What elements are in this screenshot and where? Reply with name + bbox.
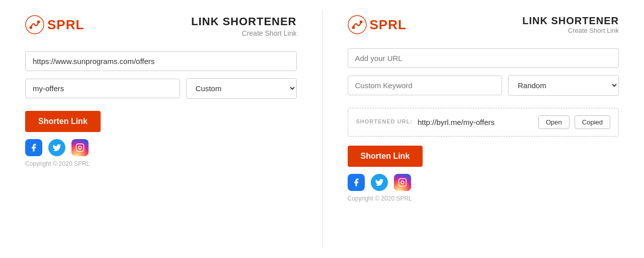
right-subtitle: Create Short Link (522, 27, 619, 34)
left-main-title: LINK SHORTENER (191, 15, 297, 28)
left-header-title-block: LINK SHORTENER Create Short Link (191, 15, 297, 37)
right-logo-text: SPRL (370, 17, 407, 33)
right-twitter-icon[interactable] (371, 174, 388, 191)
shortened-url-row: SHORTENED URL: http://byrl.me/my-offers … (356, 115, 611, 129)
shortened-label: SHORTENED URL: (356, 118, 413, 124)
left-instagram-icon[interactable] (71, 139, 89, 156)
left-twitter-icon[interactable] (48, 139, 65, 156)
left-subtitle: Create Short Link (191, 29, 297, 37)
right-keyword-input[interactable] (348, 76, 503, 95)
left-url-input[interactable] (25, 51, 297, 71)
right-copyright: Copyright © 2020 SPRL (348, 195, 619, 202)
left-form: Random Custom (25, 51, 297, 99)
left-keyword-row: Random Custom (25, 78, 297, 99)
shortened-url-text: http://byrl.me/my-offers (418, 118, 533, 126)
right-type-select[interactable]: Random Custom (508, 75, 619, 96)
right-facebook-icon[interactable] (348, 174, 365, 191)
open-button[interactable]: Open (538, 115, 570, 129)
svg-rect-8 (398, 179, 406, 186)
right-instagram-icon[interactable] (394, 174, 411, 191)
shortened-result-box: SHORTENED URL: http://byrl.me/my-offers … (348, 108, 619, 137)
svg-rect-3 (76, 144, 84, 152)
right-form: Random Custom (348, 48, 619, 96)
left-shorten-button[interactable]: Shorten Link (25, 111, 101, 132)
left-header: SPRL LINK SHORTENER Create Short Link (25, 15, 297, 37)
right-social-icons (348, 174, 619, 191)
right-header-title-block: LINK SHORTENER Create Short Link (522, 15, 619, 34)
left-panel: SPRL LINK SHORTENER Create Short Link Ra… (0, 0, 322, 258)
right-main-title: LINK SHORTENER (522, 15, 619, 27)
left-copyright: Copyright © 2020 SPRL (25, 160, 297, 167)
right-keyword-row: Random Custom (348, 75, 619, 96)
left-social-icons (25, 139, 297, 156)
copied-button[interactable]: Copied (575, 115, 610, 129)
svg-point-6 (352, 26, 355, 29)
left-logo-text: SPRL (47, 17, 84, 33)
left-select-wrapper: Random Custom (186, 78, 297, 99)
svg-point-7 (359, 20, 362, 23)
left-keyword-input[interactable] (25, 79, 180, 98)
left-logo[interactable]: SPRL (25, 15, 84, 34)
right-url-input[interactable] (348, 48, 619, 68)
svg-point-1 (30, 26, 33, 29)
right-shorten-button[interactable]: Shorten Link (348, 146, 423, 167)
right-select-wrapper: Random Custom (508, 75, 619, 96)
left-type-select[interactable]: Random Custom (186, 78, 297, 99)
right-logo[interactable]: SPRL (348, 15, 407, 34)
right-panel: SPRL LINK SHORTENER Create Short Link Ra… (323, 0, 645, 258)
left-facebook-icon[interactable] (25, 139, 42, 156)
right-header: SPRL LINK SHORTENER Create Short Link (348, 15, 619, 34)
svg-point-2 (37, 20, 40, 23)
